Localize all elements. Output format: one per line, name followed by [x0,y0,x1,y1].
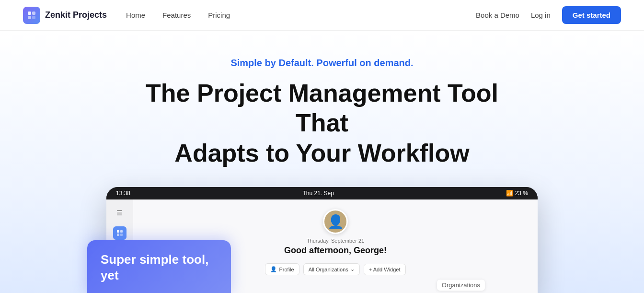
organizations-label: Organizations [437,280,485,291]
overlay-card-text: Super simple tool, yet [101,252,218,284]
status-date: Thu 21. Sep [302,190,334,197]
nav-features[interactable]: Features [162,11,191,19]
svg-rect-6 [117,234,119,236]
status-time: 13:38 [116,190,130,197]
add-widget-button[interactable]: + Add Widget [364,264,406,275]
status-battery: 📶 23 % [506,190,528,197]
book-demo-link[interactable]: Book a Demo [476,11,519,19]
greeting-text: Good afternoon, George! [284,246,387,256]
logo-area[interactable]: Zenkit Projects [23,7,107,24]
svg-rect-3 [32,16,35,19]
hero-tagline: Simple by Default. Powerful on demand. [230,58,413,69]
logo-icon [23,7,40,24]
nav-home[interactable]: Home [126,11,145,19]
sidebar-menu-icon: ☰ [113,206,126,220]
profile-button[interactable]: 👤 Profile [265,263,299,275]
sidebar-home-icon [113,226,126,240]
user-avatar: 👤 [323,209,348,234]
svg-rect-7 [120,234,123,236]
chevron-down-icon: ⌄ [350,266,355,272]
device-mockup: 13:38 Thu 21. Sep 📶 23 % ☰ [102,187,542,293]
navbar: Zenkit Projects Home Features Pricing Bo… [0,0,644,31]
device-status-bar: 13:38 Thu 21. Sep 📶 23 % [106,187,538,199]
navbar-left: Zenkit Projects Home Features Pricing [23,7,230,24]
svg-rect-1 [32,12,35,15]
svg-rect-5 [120,230,123,233]
profile-icon: 👤 [270,266,277,272]
nav-pricing[interactable]: Pricing [208,11,230,19]
logo-text: Zenkit Projects [45,10,107,20]
hero-section: Simple by Default. Powerful on demand. T… [0,31,644,293]
nav-links: Home Features Pricing [126,11,230,19]
hero-title: The Project Management Tool That Adapts … [140,78,504,168]
device-toolbar: 👤 Profile All Organizations ⌄ + Add Widg… [265,263,405,275]
overlay-card: Super simple tool, yet [87,240,231,293]
svg-rect-2 [28,16,31,19]
get-started-button[interactable]: Get started [562,6,621,24]
svg-rect-0 [28,12,31,15]
greeting-date: Thursday, September 21 [307,238,364,244]
svg-rect-4 [117,230,119,233]
organizations-button[interactable]: All Organizations ⌄ [303,263,360,275]
navbar-right: Book a Demo Log in Get started [476,6,621,24]
login-link[interactable]: Log in [531,11,551,19]
